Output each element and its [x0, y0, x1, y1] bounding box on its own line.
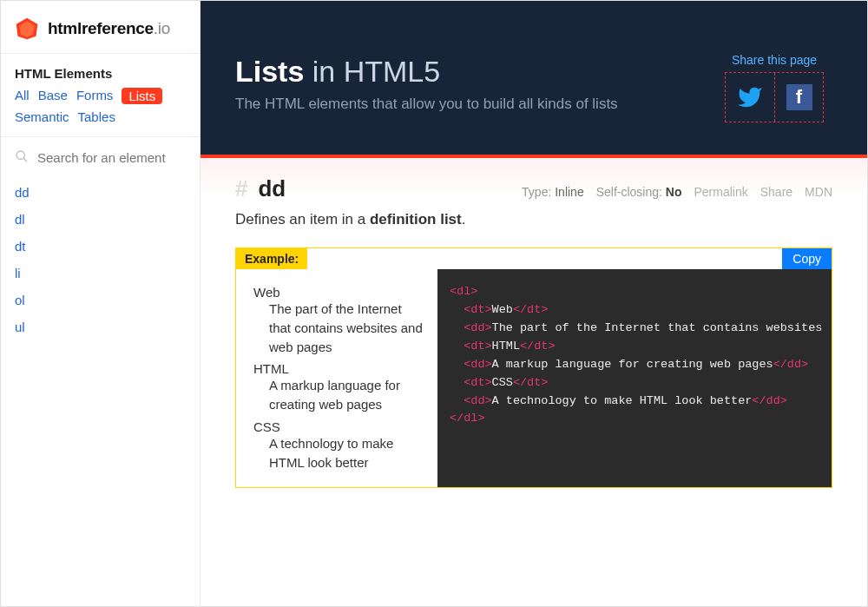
share-block: Share this page f	[725, 53, 824, 122]
preview-term: HTML	[253, 361, 425, 376]
meta-type-label: Type:	[522, 185, 551, 199]
hero: Lists in HTML5 The HTML elements that al…	[201, 1, 867, 155]
search-input[interactable]	[37, 150, 186, 165]
example-label: Example:	[236, 248, 307, 269]
share-icons: f	[725, 72, 824, 122]
sidebar-section-title: HTML Elements	[15, 66, 186, 81]
mdn-link[interactable]: MDN	[805, 185, 832, 199]
copy-button[interactable]: Copy	[782, 248, 832, 269]
preview-definition: A technology to make HTML look better	[269, 434, 425, 472]
share-twitter[interactable]	[726, 73, 774, 122]
share-link[interactable]: Share	[760, 185, 792, 199]
filter-all[interactable]: All	[15, 88, 30, 104]
element-link-ul[interactable]: ul	[15, 320, 186, 334]
logo[interactable]: htmlreference.io	[1, 1, 200, 53]
hash-icon[interactable]: #	[235, 175, 247, 202]
example-preview: WebThe part of the Internet that contain…	[236, 269, 437, 487]
filter-tags: AllBaseFormsListsSemanticTables	[15, 88, 186, 124]
preview-definition: A markup language for creating web pages	[269, 376, 425, 414]
entry-description: Defines an item in a definition list.	[235, 211, 832, 228]
share-label: Share this page	[725, 53, 824, 67]
meta-selfclosing-value: No	[666, 185, 682, 199]
permalink-link[interactable]: Permalink	[694, 185, 748, 199]
filter-tables[interactable]: Tables	[78, 109, 115, 124]
element-link-dl[interactable]: dl	[15, 212, 186, 227]
search-block	[1, 136, 200, 178]
entry: # dd Type: Inline Self-closing: No Perma…	[201, 198, 867, 505]
logo-text: htmlreference.io	[48, 19, 170, 38]
preview-term: Web	[253, 285, 425, 300]
sidebar-section: HTML Elements AllBaseFormsListsSemanticT…	[1, 53, 200, 136]
filter-forms[interactable]: Forms	[76, 88, 114, 104]
svg-point-2	[16, 151, 24, 159]
example: Example: Copy WebThe part of the Interne…	[235, 247, 832, 488]
entry-meta: Type: Inline Self-closing: No Permalink …	[522, 185, 832, 199]
main: Lists in HTML5 The HTML elements that al…	[201, 1, 867, 606]
meta-selfclosing-label: Self-closing:	[596, 185, 662, 199]
element-link-li[interactable]: li	[15, 266, 186, 280]
filter-base[interactable]: Base	[38, 88, 68, 104]
filter-lists[interactable]: Lists	[122, 88, 162, 104]
preview-definition: The part of the Internet that contains w…	[269, 300, 425, 356]
share-facebook[interactable]: f	[774, 73, 823, 122]
element-link-ol[interactable]: ol	[15, 293, 186, 307]
search-icon	[15, 149, 29, 166]
svg-line-3	[23, 158, 27, 162]
meta-type-value: Inline	[555, 185, 583, 199]
sidebar: htmlreference.io HTML Elements AllBaseFo…	[1, 1, 201, 606]
element-link-dt[interactable]: dt	[15, 239, 186, 254]
element-link-dd[interactable]: dd	[15, 185, 186, 200]
filter-semantic[interactable]: Semantic	[15, 109, 69, 124]
entry-head: # dd Type: Inline Self-closing: No Perma…	[235, 175, 832, 202]
element-list: dddldtliolul	[1, 178, 200, 341]
logo-icon	[15, 16, 39, 41]
preview-term: CSS	[253, 419, 425, 434]
facebook-icon: f	[786, 84, 812, 110]
entry-name: dd	[258, 175, 286, 202]
twitter-icon	[737, 84, 763, 110]
example-code: <dl> <dt>Web</dt> <dd>The part of the In…	[437, 269, 832, 487]
